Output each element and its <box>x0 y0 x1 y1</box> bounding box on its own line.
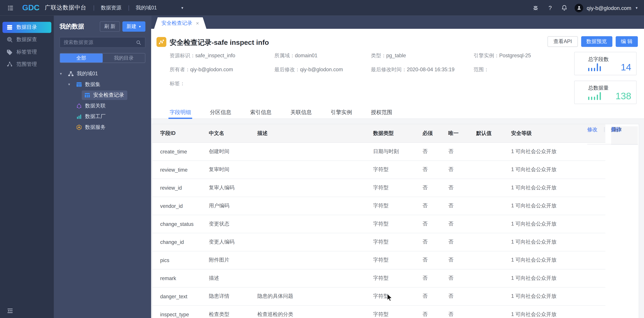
table-row: change_id变更人编码字符型否否1 可向社会公众开放修改|删除 <box>152 233 639 251</box>
cell-security: 1 可向社会公众开放 <box>511 179 605 197</box>
refresh-button[interactable]: 刷 新 <box>100 21 120 32</box>
nav-data-resource[interactable]: 数据资源 <box>101 4 122 12</box>
meta-field: 最后修改：qiy-b@glodon.com <box>274 66 343 73</box>
document-tabbar: 安全检查记录 × <box>151 16 644 29</box>
tab-safe-inspect-record[interactable]: 安全检查记录 × <box>154 17 206 29</box>
cell-security: 1 可向社会公众开放 <box>511 287 605 305</box>
expand-caret-icon[interactable]: ▾ <box>60 72 66 76</box>
stat-value: 14 <box>621 62 632 73</box>
cell-desc <box>257 233 373 251</box>
search-icon[interactable] <box>136 40 142 45</box>
cell-desc <box>257 269 373 287</box>
cell-type: 字符型 <box>373 269 422 287</box>
column-header: 必须 <box>422 124 448 142</box>
cell-cn: 检查类型 <box>209 305 257 318</box>
bug-report-icon[interactable] <box>532 5 539 11</box>
domain-icon <box>68 71 74 77</box>
search-input[interactable]: 搜索数据资源 <box>60 37 146 48</box>
tree-node-dataset[interactable]: ▾数据集 <box>54 79 151 90</box>
cell-cn: 描述 <box>209 269 257 287</box>
avatar[interactable] <box>575 4 583 12</box>
filter-tab-my-catalog[interactable]: 我的目录 <box>102 54 145 63</box>
nav-domain-select[interactable]: 我的域01 ▼ <box>136 4 184 12</box>
cell-required: 否 <box>422 215 448 233</box>
gdc-logo: GDC <box>22 3 41 13</box>
tab-field-detail[interactable]: 字段明细 <box>170 106 191 118</box>
new-button[interactable]: 新建 ▼ <box>122 21 146 32</box>
tree-node-data-relation[interactable]: 数据关联 <box>54 100 151 111</box>
data-preview-button[interactable]: 数据预览 <box>581 36 612 47</box>
mini-bar-chart-icon <box>588 63 601 71</box>
cell-required: 否 <box>422 179 448 197</box>
table-row: review_time复审时间字符型否否1 可向社会公众开放修改|删除 <box>152 161 639 179</box>
view-api-button[interactable]: 查看API <box>548 36 578 47</box>
tree-node-label: 数据服务 <box>85 124 106 131</box>
tree-node-my-domain-01[interactable]: ▾我的域01 <box>54 68 151 79</box>
tab-engine-instance[interactable]: 引擎实例 <box>330 106 352 118</box>
tab-auth-scope[interactable]: 授权范围 <box>371 106 392 118</box>
sidebar-item-data-catalog[interactable]: 数据目录 <box>2 22 52 33</box>
edit-button[interactable]: 编 辑 <box>616 36 638 47</box>
cell-unique: 否 <box>448 179 476 197</box>
cell-security: 1 可向社会公众开放 <box>511 161 605 179</box>
product-title: 广联达数据中台 <box>45 4 86 12</box>
tree-node-label: 我的域01 <box>77 70 98 77</box>
user-email[interactable]: qiy-b@glodon.com <box>587 5 631 11</box>
expand-caret-icon[interactable]: ▾ <box>68 82 74 86</box>
cell-type: 字符型 <box>373 215 422 233</box>
meta-label: 最后修改： <box>274 67 300 72</box>
cell-required: 否 <box>422 305 448 318</box>
collapse-sidebar-icon[interactable] <box>6 307 13 314</box>
sidebar-item-label: 范围管理 <box>16 61 37 68</box>
meta-field: 类型：pg_table <box>371 52 406 59</box>
cell-desc <box>257 161 373 179</box>
tab-index-info[interactable]: 索引信息 <box>250 106 272 118</box>
cell-type: 字符型 <box>373 179 422 197</box>
cell-default <box>476 179 511 197</box>
modify-link[interactable]: 修改 <box>587 126 598 144</box>
tab-partition-info[interactable]: 分区信息 <box>210 106 231 118</box>
menu-icon[interactable] <box>6 4 14 12</box>
cell-cn: 用户编码 <box>209 197 257 215</box>
cell-id: create_time <box>152 142 209 161</box>
cell-security: 1 可向社会公众开放 <box>511 305 605 318</box>
close-icon[interactable]: × <box>196 20 199 26</box>
delete-link[interactable]: 删除 <box>611 126 622 144</box>
help-icon[interactable]: ? <box>547 5 553 11</box>
cell-type: 字符型 <box>373 287 422 305</box>
cell-unique: 否 <box>448 233 476 251</box>
column-header: 中文名 <box>209 124 257 142</box>
column-header: 字段ID <box>152 124 209 142</box>
cell-id: review_id <box>152 179 209 197</box>
new-button-label: 新建 <box>126 23 136 30</box>
tree-node-data-service[interactable]: 数据服务 <box>54 122 151 132</box>
bell-icon[interactable] <box>561 5 568 11</box>
cell-type: 字符型 <box>373 197 422 215</box>
chevron-down-icon[interactable]: ▼ <box>635 6 638 10</box>
tab-relation-info[interactable]: 关联信息 <box>290 106 312 118</box>
cell-desc: 隐患的具体问题 <box>257 287 373 305</box>
cell-id: pics <box>152 251 209 269</box>
tree-node-data-factory[interactable]: 数据工厂 <box>54 111 151 122</box>
tree-filter-tabs: 全部我的目录 <box>60 53 146 63</box>
cell-id: change_id <box>152 233 209 251</box>
tree-node-safe-inspect-record[interactable]: 安全检查记录 <box>54 90 151 100</box>
filter-tab-all[interactable]: 全部 <box>60 54 102 63</box>
cell-security: 1 可向社会公众开放 <box>511 215 605 233</box>
table-row: pics附件图片字符型否否1 可向社会公众开放修改|删除 <box>152 251 639 269</box>
sidebar-item-tag-management[interactable]: 标签管理 <box>2 47 52 58</box>
dataset-type-icon <box>156 37 166 47</box>
dataset-icon <box>76 81 82 87</box>
svg-text:GDC: GDC <box>22 3 40 12</box>
cell-cn: 复审时间 <box>209 161 257 179</box>
cell-desc <box>257 215 373 233</box>
meta-value: safe_inspect_info <box>195 53 235 58</box>
sidebar-item-data-explore[interactable]: 数据探查 <box>2 34 52 45</box>
cell-security: 1 可向社会公众开放 <box>511 269 605 287</box>
sidebar-item-scope-management[interactable]: 范围管理 <box>2 59 52 70</box>
meta-value: pg_table <box>386 53 406 58</box>
cell-id: review_time <box>152 161 209 179</box>
cell-type: 字符型 <box>373 251 422 269</box>
tag-icon <box>6 49 13 55</box>
meta-field: 引擎实例：Postgresql-25 <box>474 52 531 59</box>
